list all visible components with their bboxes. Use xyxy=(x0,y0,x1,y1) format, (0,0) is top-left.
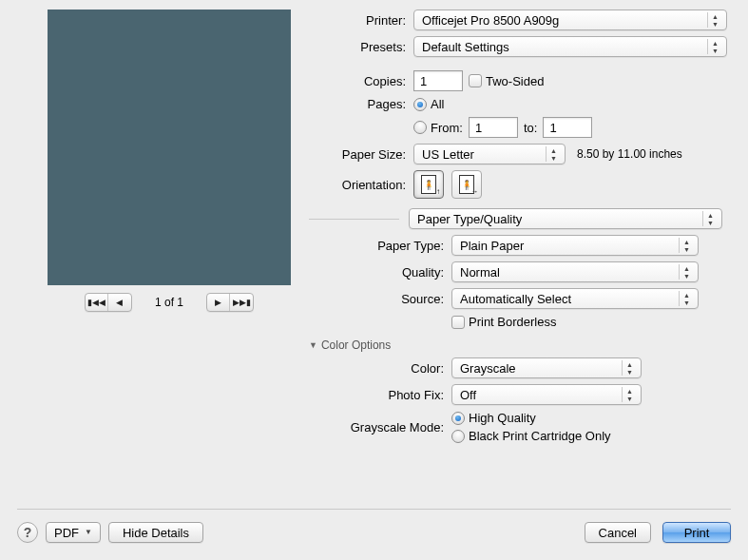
pages-from-radio[interactable]: From: xyxy=(413,121,463,135)
copies-label: Copies: xyxy=(309,74,413,88)
select-arrows-icon: ▲▼ xyxy=(702,211,718,226)
dialog-content: ▮◀◀ ◀ 1 of 1 ▶ ▶▶▮ Printer: Officejet Pr… xyxy=(0,0,748,449)
select-arrows-icon: ▲▼ xyxy=(679,264,694,280)
select-arrows-icon: ▲▼ xyxy=(679,291,694,306)
pager-next-button[interactable]: ▶ xyxy=(207,294,230,311)
preview-thumbnail xyxy=(48,10,291,285)
paper-size-value: US Letter xyxy=(422,147,474,162)
color-options-disclosure[interactable]: ▼ Color Options xyxy=(309,338,731,352)
disclosure-triangle-icon: ▼ xyxy=(309,340,317,350)
printer-select[interactable]: Officejet Pro 8500 A909g ▲▼ xyxy=(413,10,727,30)
source-label: Source: xyxy=(309,292,451,306)
print-dialog: ▮◀◀ ◀ 1 of 1 ▶ ▶▶▮ Printer: Officejet Pr… xyxy=(0,0,748,560)
options-section-select[interactable]: Paper Type/Quality ▲▼ xyxy=(409,208,722,229)
color-label: Color: xyxy=(309,361,451,376)
source-select[interactable]: Automatically Select ▲▼ xyxy=(451,288,699,309)
print-button[interactable]: Print xyxy=(662,522,731,543)
radio-icon xyxy=(451,412,465,425)
photo-fix-label: Photo Fix: xyxy=(309,388,451,402)
preview-pane: ▮◀◀ ◀ 1 of 1 ▶ ▶▶▮ xyxy=(17,10,288,449)
pages-all-label: All xyxy=(431,97,444,111)
presets-select-value: Default Settings xyxy=(422,40,509,54)
pages-to-input[interactable] xyxy=(543,117,592,138)
pager-label: 1 of 1 xyxy=(138,296,201,309)
photo-fix-select[interactable]: Off ▲▼ xyxy=(451,384,642,405)
portrait-icon: 🧍 xyxy=(421,175,436,194)
hide-details-label: Hide Details xyxy=(123,526,189,540)
pager-next-group: ▶ ▶▶▮ xyxy=(206,293,254,312)
grayscale-black-cartridge-radio[interactable]: Black Print Cartridge Only xyxy=(451,429,611,443)
pages-label: Pages: xyxy=(309,97,413,111)
arrow-up-icon: ↑ xyxy=(436,187,440,196)
paper-type-select[interactable]: Plain Paper ▲▼ xyxy=(451,235,699,256)
pager-last-button[interactable]: ▶▶▮ xyxy=(230,294,253,311)
color-select[interactable]: Grayscale ▲▼ xyxy=(451,357,642,378)
dialog-footer: ? PDF ▼ Hide Details Cancel Print xyxy=(0,509,748,560)
radio-icon xyxy=(413,121,427,134)
printer-select-value: Officejet Pro 8500 A909g xyxy=(422,13,559,28)
presets-select[interactable]: Default Settings ▲▼ xyxy=(413,36,727,57)
quality-label: Quality: xyxy=(309,265,451,280)
pager-prev-group: ▮◀◀ ◀ xyxy=(85,293,132,312)
menu-arrow-icon: ▼ xyxy=(85,530,92,535)
grayscale-mode-label: Grayscale Mode: xyxy=(309,420,451,434)
color-value: Grayscale xyxy=(460,361,516,376)
pdf-menu-button[interactable]: PDF ▼ xyxy=(46,522,101,543)
section-separator: Paper Type/Quality ▲▼ xyxy=(309,208,731,229)
paper-type-label: Paper Type: xyxy=(309,239,451,253)
paper-size-label: Paper Size: xyxy=(309,147,413,162)
cancel-button[interactable]: Cancel xyxy=(585,522,651,543)
pages-to-label: to: xyxy=(524,121,537,135)
two-sided-label: Two-Sided xyxy=(486,74,544,88)
footer-separator xyxy=(17,509,731,510)
presets-label: Presets: xyxy=(309,40,413,54)
two-sided-checkbox[interactable]: Two-Sided xyxy=(469,74,544,88)
cancel-label: Cancel xyxy=(599,526,637,540)
settings-pane: Printer: Officejet Pro 8500 A909g ▲▼ Pre… xyxy=(309,10,731,449)
select-arrows-icon: ▲▼ xyxy=(622,360,637,376)
grayscale-black-cartridge-label: Black Print Cartridge Only xyxy=(469,429,611,443)
checkbox-icon xyxy=(451,316,465,329)
orientation-label: Orientation: xyxy=(309,178,413,192)
radio-icon xyxy=(413,98,427,111)
help-button[interactable]: ? xyxy=(17,522,38,543)
orientation-landscape-button[interactable]: 🧍 → xyxy=(451,170,482,199)
quality-select[interactable]: Normal ▲▼ xyxy=(451,261,699,282)
copies-input[interactable] xyxy=(413,70,463,91)
select-arrows-icon: ▲▼ xyxy=(707,39,722,54)
grayscale-high-quality-radio[interactable]: High Quality xyxy=(451,411,536,425)
help-icon: ? xyxy=(24,525,32,540)
paper-size-select[interactable]: US Letter ▲▼ xyxy=(413,144,566,164)
radio-icon xyxy=(451,430,465,443)
print-borderless-checkbox[interactable]: Print Borderless xyxy=(451,315,556,329)
paper-type-value: Plain Paper xyxy=(460,239,524,253)
paper-size-hint: 8.50 by 11.00 inches xyxy=(577,147,682,161)
hide-details-button[interactable]: Hide Details xyxy=(108,522,203,543)
options-section-value: Paper Type/Quality xyxy=(417,212,522,226)
quality-value: Normal xyxy=(460,265,500,280)
photo-fix-value: Off xyxy=(460,388,476,402)
select-arrows-icon: ▲▼ xyxy=(707,12,722,28)
color-options-label: Color Options xyxy=(321,338,391,352)
pager-prev-button[interactable]: ◀ xyxy=(108,294,131,311)
arrow-right-icon: → xyxy=(470,187,478,196)
grayscale-high-quality-label: High Quality xyxy=(469,411,536,425)
source-value: Automatically Select xyxy=(460,292,571,306)
print-borderless-label: Print Borderless xyxy=(469,315,556,329)
pages-from-input[interactable] xyxy=(469,117,518,138)
pager-first-button[interactable]: ▮◀◀ xyxy=(86,294,108,311)
preview-pager: ▮◀◀ ◀ 1 of 1 ▶ ▶▶▮ xyxy=(48,293,291,312)
pdf-label: PDF xyxy=(54,526,79,540)
pages-from-label: From: xyxy=(431,121,463,135)
print-label: Print xyxy=(684,526,710,540)
checkbox-icon xyxy=(469,74,482,87)
select-arrows-icon: ▲▼ xyxy=(679,238,694,253)
select-arrows-icon: ▲▼ xyxy=(546,146,561,162)
pages-all-radio[interactable]: All xyxy=(413,97,444,111)
printer-label: Printer: xyxy=(309,13,413,28)
orientation-portrait-button[interactable]: 🧍 ↑ xyxy=(413,170,444,199)
select-arrows-icon: ▲▼ xyxy=(622,387,637,402)
